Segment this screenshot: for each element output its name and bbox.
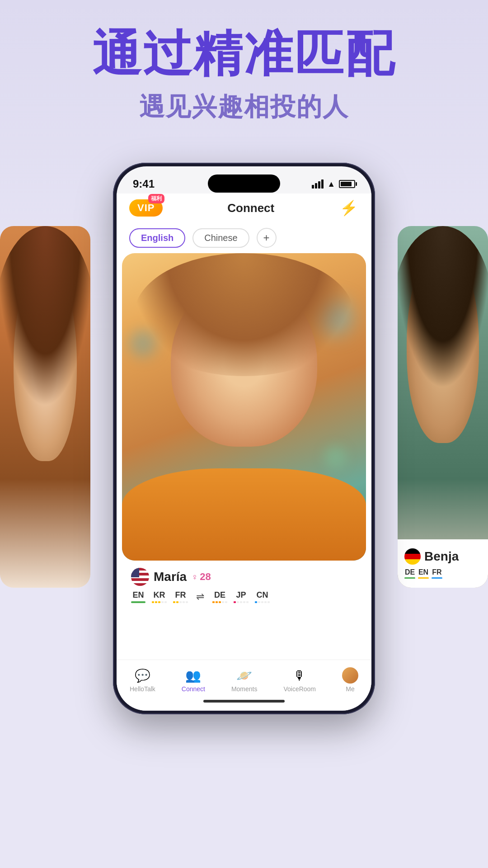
skill-jp: JP [234,590,249,603]
hero-subtitle: 遇见兴趣相投的人 [27,90,461,124]
right-person-name: Benja [424,549,459,564]
profile-body [122,468,366,561]
tab-english[interactable]: English [129,228,185,248]
skill-cn: CN [255,590,270,603]
right-name-row: Benja [404,548,481,565]
gender-icon: ♀ [191,572,198,582]
nav-voiceroom[interactable]: 🎙 VoiceRoom [274,665,325,694]
profile-name-row: María ♀ 28 [131,568,357,586]
nav-label-me: Me [346,685,354,693]
skill-de: DE [212,590,227,603]
right-side-card: Benja DE EN FR [398,226,488,588]
right-lang-dots: DE EN FR [404,568,481,579]
lang-dot-en: EN [418,568,429,579]
right-person-image [398,226,488,588]
nav-moments[interactable]: 🪐 Moments [222,665,267,694]
bokeh-effect-1 [318,299,354,335]
add-language-button[interactable]: + [257,228,277,248]
nav-connect[interactable]: 👥 Connect [173,665,214,694]
signal-icon [312,179,324,189]
battery-icon [339,180,355,188]
vip-label: VIP [137,202,155,214]
status-time: 9:41 [133,178,155,190]
language-skills: EN KR [131,590,357,603]
phone-scene: Benja DE EN FR [0,163,488,850]
skill-kr: KR [152,590,167,603]
phone-mockup: 9:41 ▲ [113,163,375,714]
bokeh-effect-2 [129,330,156,357]
profile-name: María [154,570,187,584]
header-title: Connect [227,201,274,215]
hero-title: 通过精准匹配 [27,27,461,81]
lang-dot-fr: FR [432,568,442,579]
lightning-icon: ⚡ [340,199,358,217]
status-icons: ▲ [312,179,355,189]
app-header: VIP 福利 Connect ⚡ [117,193,371,222]
home-indicator [203,700,285,703]
tab-chinese[interactable]: Chinese [192,228,249,248]
hero-section: 通过精准匹配 遇见兴趣相投的人 [0,27,488,124]
nav-label-moments: Moments [231,685,258,693]
voiceroom-icon: 🎙 [291,667,308,684]
nav-me[interactable]: Me [333,665,367,694]
nav-label-hellotalk: HelloTalk [130,685,155,693]
fuli-badge: 福利 [148,194,164,203]
exchange-arrow: ⇌ [196,591,204,603]
content-spacer [117,610,371,660]
nav-label-voiceroom: VoiceRoom [283,685,316,693]
connect-icon: 👥 [185,667,202,684]
nav-hellotalk[interactable]: 💬 HelloTalk [121,665,164,694]
dynamic-island [208,175,280,193]
app-content: 9:41 ▲ [117,166,371,711]
nav-label-connect: Connect [182,685,205,693]
card-area: María ♀ 28 EN [117,253,371,610]
left-side-card [0,226,90,588]
profile-info: María ♀ 28 EN [122,561,366,610]
skill-fr: FR [173,590,188,603]
moments-icon: 🪐 [236,667,253,684]
me-avatar [342,667,358,684]
left-person-image [0,226,90,588]
lang-dot-de: DE [404,568,415,579]
profile-image [122,253,366,561]
profile-gender-age: ♀ 28 [191,571,211,583]
bottom-navigation: 💬 HelloTalk 👥 Connect 🪐 Moments 🎙 VoiceR… [117,660,371,698]
bokeh-effect-3 [324,446,347,468]
hellotalk-icon: 💬 [134,667,150,684]
vip-badge[interactable]: VIP 福利 [129,199,163,217]
profile-card[interactable] [122,253,366,561]
language-tabs: English Chinese + [117,222,371,253]
lightning-button[interactable]: ⚡ [339,198,359,218]
profile-flag [131,568,149,586]
home-indicator-container [117,698,371,711]
wifi-icon: ▲ [327,179,335,189]
right-card-info: Benja DE EN FR [398,539,488,588]
phone-screen: 9:41 ▲ [117,166,371,711]
skill-en: EN [131,590,145,603]
right-flag [404,548,421,565]
profile-age: 28 [200,571,211,583]
